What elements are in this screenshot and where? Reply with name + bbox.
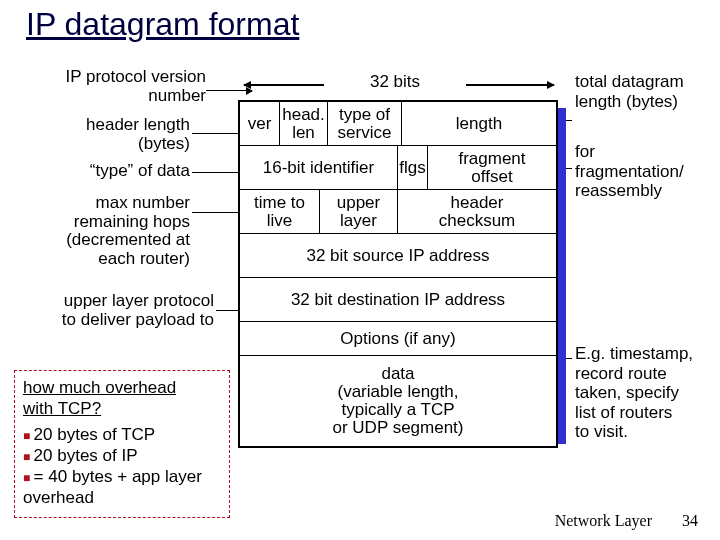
cell-src: 32 bit source IP address [240,234,556,277]
row-0: ver head.len type ofservice length [240,102,556,146]
row-2: time tolive upperlayer headerchecksum [240,190,556,234]
ptr-version [206,90,252,91]
cell-length: length [402,102,556,145]
row-3: 32 bit source IP address [240,234,556,278]
cell-ttl: time tolive [240,190,320,233]
footer-section: Network Layer [555,512,652,529]
cell-hlen: head.len [280,102,328,145]
overhead-box: how much overheadwith TCP? 20 bytes of T… [14,370,230,518]
diagram-grid: ver head.len type ofservice length 16-bi… [238,100,558,448]
cell-flgs: flgs [398,146,428,189]
ann-hlen: header length(bytes) [62,116,190,153]
ip-header-diagram: ver head.len type ofservice length 16-bi… [238,100,558,448]
overhead-item: = 40 bytes + app layer overhead [23,466,221,509]
cell-dst: 32 bit destination IP address [240,278,556,321]
cell-id: 16-bit identifier [240,146,398,189]
ann-totlen: total datagramlength (bytes) [575,72,715,111]
ann-frag: forfragmentation/reassembly [575,142,720,201]
overhead-item: 20 bytes of IP [23,445,221,466]
ann-options: E.g. timestamp,record routetaken, specif… [575,344,715,442]
row-1: 16-bit identifier flgs fragmentoffset [240,146,556,190]
ann-version: IP protocol versionnumber [36,68,206,105]
cell-ver: ver [240,102,280,145]
bits-label: 32 bits [330,72,460,92]
cell-fragoff: fragmentoffset [428,146,556,189]
row-4: 32 bit destination IP address [240,278,556,322]
cell-data: data(variable length,typically a TCPor U… [240,356,556,446]
footer: Network Layer 34 [555,512,698,530]
row-5: Options (if any) [240,322,556,356]
bits-arrow-right [466,84,554,86]
cell-proto: upperlayer [320,190,398,233]
cell-chk: headerchecksum [398,190,556,233]
ann-ttl: max numberremaining hops(decremented ate… [60,194,190,269]
bits-arrow-left [244,84,324,86]
overhead-list: 20 bytes of TCP 20 bytes of IP = 40 byte… [23,424,221,509]
page-title: IP datagram format [26,6,299,43]
overhead-item: 20 bytes of TCP [23,424,221,445]
ann-tos: “type” of data [62,162,190,181]
row-6: data(variable length,typically a TCPor U… [240,356,556,446]
footer-page: 34 [682,512,698,529]
cell-tos: type ofservice [328,102,402,145]
overhead-question: how much overheadwith TCP? [23,377,221,420]
ann-proto: upper layer protocolto deliver payload t… [20,292,214,329]
cell-opts: Options (if any) [240,322,556,355]
